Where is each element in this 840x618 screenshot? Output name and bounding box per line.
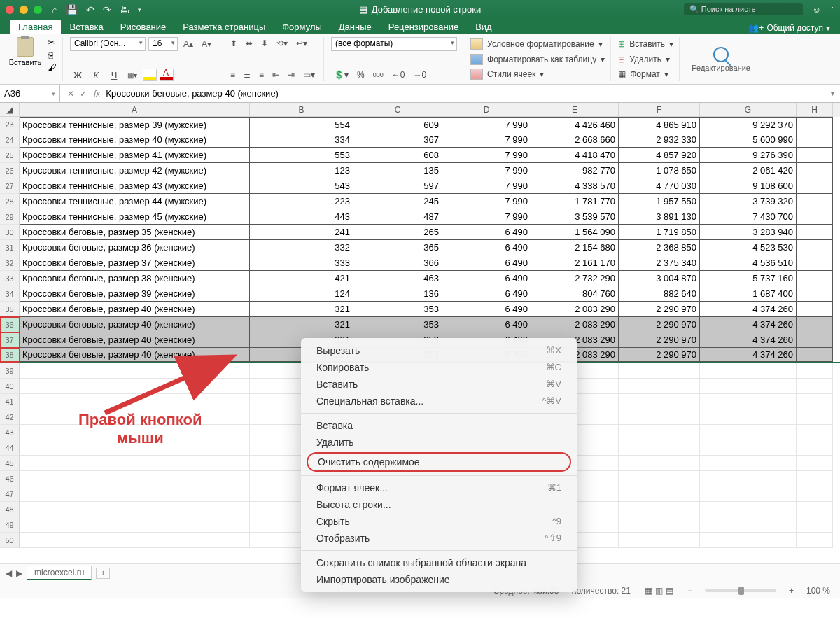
cell[interactable] [797,286,833,302]
format-cells-button[interactable]: ▦Формат ▾ [618,67,673,81]
cell[interactable] [700,363,797,379]
cell[interactable]: 4 857 920 [619,148,700,163]
col-header-H[interactable]: H [797,103,833,117]
row-header[interactable]: 50 [0,533,20,548]
align-top-icon[interactable]: ⬆ [227,37,240,50]
cell[interactable]: 882 640 [619,286,700,302]
cell[interactable] [797,194,833,209]
cell[interactable]: 7 990 [442,117,531,132]
cell[interactable] [797,225,833,240]
cell[interactable] [797,363,833,379]
cell[interactable]: 2 290 970 [619,317,700,332]
chevron-up-icon[interactable]: ˄ [831,6,834,13]
cell[interactable] [619,471,700,486]
row-header[interactable]: 29 [0,209,20,225]
cell[interactable] [20,471,250,486]
cell[interactable] [797,471,833,486]
align-middle-icon[interactable]: ⬌ [243,37,255,50]
row-header[interactable]: 25 [0,148,20,163]
cell[interactable] [619,425,700,440]
zoom-slider[interactable] [705,589,776,592]
cell[interactable]: 1 078 650 [619,163,700,178]
number-format-selector[interactable]: (все форматы) [331,37,457,51]
comma-icon[interactable]: 000 [370,70,386,80]
cell[interactable] [700,409,797,425]
dec-decimal-icon[interactable]: →0 [410,69,429,81]
paste-button[interactable]: Вставить [7,37,43,66]
cell[interactable]: 543 [250,178,354,194]
inc-decimal-icon[interactable]: ←0 [389,69,408,81]
ctx-row-height[interactable]: Высота строки... [301,496,577,513]
cell[interactable]: 2 290 970 [619,302,700,317]
row-header[interactable]: 49 [0,517,20,533]
cell[interactable]: 223 [250,194,354,209]
smiley-icon[interactable]: ☺ [813,5,821,15]
cell[interactable]: 463 [354,271,442,286]
cell[interactable]: 2 290 970 [619,348,700,362]
tab-review[interactable]: Рецензирование [380,20,467,34]
zoom-out[interactable]: − [687,586,692,596]
cell[interactable] [700,379,797,394]
ctx-insert[interactable]: Вставка [301,417,577,434]
cell[interactable]: Кроссовки беговые, размер 39 (женские) [20,286,250,302]
cell[interactable]: Кроссовки беговые, размер 40 (женские) [20,317,250,332]
cell[interactable]: 245 [354,194,442,209]
cell[interactable] [619,363,700,379]
cell[interactable]: 554 [250,117,354,132]
cell[interactable]: Кроссовки теннисные, размер 44 (мужские) [20,194,250,209]
name-box[interactable]: A36▾ [0,85,60,102]
col-header-E[interactable]: E [531,103,619,117]
cell[interactable]: 3 539 570 [531,209,619,225]
cell[interactable]: 4 523 530 [700,240,797,255]
row-header[interactable]: 30 [0,225,20,240]
cell[interactable] [20,502,250,517]
tab-layout[interactable]: Разметка страницы [174,20,274,34]
cell[interactable]: 1 719 850 [619,225,700,240]
cell[interactable]: 2 368 850 [619,240,700,255]
row-header[interactable]: 24 [0,132,20,148]
row-header[interactable]: 46 [0,471,20,486]
accept-formula-icon[interactable]: ✓ [80,89,87,99]
cell[interactable]: 421 [250,271,354,286]
cell[interactable]: Кроссовки теннисные, размер 42 (мужские) [20,163,250,178]
cell[interactable] [797,271,833,286]
cell[interactable]: 9 276 390 [700,148,797,163]
cell[interactable]: 6 490 [442,302,531,317]
cell[interactable]: 2 732 290 [531,271,619,286]
fill-color-button[interactable] [143,69,157,81]
cell[interactable] [797,379,833,394]
zoom-in[interactable]: + [789,586,794,596]
cell[interactable]: 2 375 340 [619,255,700,271]
cell[interactable]: 9 108 600 [700,178,797,194]
orientation-icon[interactable]: ⟲▾ [274,37,290,50]
row-header[interactable]: 40 [0,379,20,394]
cell[interactable] [20,533,250,548]
cell[interactable] [797,148,833,163]
ctx-clear-contents[interactable]: Очистить содержимое [307,452,571,472]
cell[interactable] [797,255,833,271]
cell[interactable]: 1 957 550 [619,194,700,209]
cell[interactable]: Кроссовки беговые, размер 36 (женские) [20,240,250,255]
cell[interactable] [700,502,797,517]
cell[interactable]: 124 [250,286,354,302]
cell[interactable] [700,425,797,440]
font-size-selector[interactable]: 16 [148,37,178,51]
row-header[interactable]: 38 [0,348,20,362]
col-header-C[interactable]: C [354,103,442,117]
cell[interactable]: 6 490 [442,225,531,240]
row-header[interactable]: 34 [0,286,20,302]
decrease-font-icon[interactable]: A▾ [199,38,214,50]
add-sheet-button[interactable]: + [96,568,110,579]
indent-dec-icon[interactable]: ⇤ [270,69,282,81]
cell[interactable] [797,348,833,362]
cell[interactable] [797,209,833,225]
cell[interactable]: 2 668 660 [531,132,619,148]
col-header-G[interactable]: G [700,103,797,117]
cell[interactable] [619,533,700,548]
cell[interactable]: 7 990 [442,163,531,178]
undo-icon[interactable]: ↶ [86,4,94,15]
cell[interactable]: 4 536 510 [700,255,797,271]
cell[interactable] [797,302,833,317]
cell[interactable]: 353 [354,317,442,332]
ctx-screenshot[interactable]: Сохранить снимок выбранной области экран… [301,554,577,571]
